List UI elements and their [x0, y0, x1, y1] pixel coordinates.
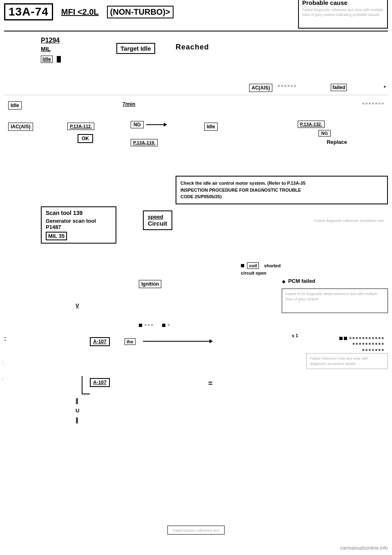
idle-right-faded: ■ ■ ■ ■ ■ ■ ■ [362, 101, 384, 105]
speed-label: speed [148, 214, 167, 220]
left-bracket-1: : [2, 360, 3, 365]
pcm-detail-box: Faded PCM diagnostic detail reference te… [282, 289, 388, 313]
coil-label: coil [247, 262, 259, 269]
row-divider-1 [4, 95, 388, 95]
ok-label: OK [78, 134, 93, 143]
p13a-119-label: P.13A-119. [131, 139, 158, 146]
generator-label: Generator scan tool [46, 218, 111, 224]
pcm-failed-row: ● PCM failed [282, 278, 388, 285]
idle-label: Idle [8, 101, 22, 110]
faded-text-790b: ■ [168, 323, 170, 327]
mil35-label: MIL 35 [46, 232, 67, 240]
bottom-box-text: Faded bottom reference text [173, 528, 219, 533]
mil-35-box: Faded reference note text area with diag… [306, 353, 388, 369]
right-annotation-a107: ■ ■ ■ ■ ■ ■ ■ ■ ■ ■ ■ ■ ■ ■ ■ ■ ■ ■ ■ ■ … [261, 335, 384, 353]
target-idle-label: Target Idle [120, 45, 151, 52]
u-connector [82, 376, 90, 394]
small-sq-1 [139, 324, 142, 327]
equals-arrow: = [208, 379, 213, 388]
a107-second-label: A-107 [90, 378, 110, 387]
check-iac-line1: Check the idle air control motor system.… [180, 181, 305, 186]
small-sq-2 [162, 324, 165, 327]
ignition-section: Ignition [139, 280, 161, 287]
r-per-min-label: 7/min [122, 101, 135, 107]
header-divider [4, 31, 388, 31]
idle-small-label: Idle [41, 56, 53, 63]
bottom-section: Faded bottom reference text [4, 526, 388, 535]
scan-tool-box: Scan tool 139 Generator scan tool P1487 … [41, 206, 116, 244]
ann-row-3: ■ ■ ■ ■ ■ ■ ■ [261, 347, 384, 353]
main-page: 13A-74 MFI <2.0L (NON-TURBO)> P1294 MIL … [0, 0, 392, 555]
ng-label: NG [131, 121, 144, 128]
v-line-3: ǁ [76, 416, 79, 425]
page-number: 13A-74 [4, 3, 53, 20]
faded-text-790: ■ ■ ■ [145, 323, 153, 327]
non-turbo-label: (NON-TURBO)> [107, 6, 174, 18]
pcm-failed-label: PCM failed [288, 278, 315, 284]
p1487-label: P1487 [46, 224, 111, 230]
sq-1 [339, 337, 343, 340]
circuit-label: Circuit [148, 220, 167, 227]
replace-label: Replace [327, 139, 347, 145]
ng-arrow-container: NG [131, 121, 167, 128]
arrow-head-long [209, 339, 213, 343]
arrow-head [164, 123, 167, 127]
shorted-label: shorted [264, 263, 281, 268]
bottom-box: Faded bottom reference text [167, 526, 224, 535]
target-idle-box: Target Idle [116, 43, 155, 54]
v-line-1: ǁ [76, 396, 79, 406]
failed-label: failed [331, 84, 347, 91]
ac-ais-faded: ■ ■ ■ ■ ■ ■ [278, 84, 296, 88]
check-iac-box: Check the idle air control motor system.… [176, 176, 388, 204]
a107-label: A-107 [90, 337, 110, 346]
probable-cause-box: Probable cause Faded diagnostic referenc… [298, 0, 388, 29]
the-label: the [125, 338, 136, 345]
p13a-132-label: P.13A-132. [298, 121, 325, 128]
probable-cause-detail: Faded diagnostic reference text area wit… [302, 8, 384, 17]
v-marker: V [76, 302, 79, 309]
mfi-label: MFI <2.0L [61, 7, 99, 17]
iac-ais-label: IAC(AIS) [8, 123, 33, 131]
bracket-left: : [4, 335, 6, 342]
ac-ais-label: AC(AIS) [249, 84, 272, 92]
header: 13A-74 MFI <2.0L (NON-TURBO)> [4, 3, 174, 20]
arrow-line-long [143, 341, 212, 342]
p1294-label: P1294 [41, 37, 61, 44]
p1294-block: P1294 MIL Idle [41, 37, 61, 63]
sq-2 [344, 337, 347, 340]
mil-label: MIL [41, 46, 61, 52]
v-line-2: U [76, 406, 79, 415]
left-bracket-2: : [2, 376, 3, 382]
speed-circuit-box: speed Circuit [143, 210, 172, 230]
watermark: carmanualsoniine.info [340, 545, 388, 551]
arrow-line [146, 124, 167, 125]
check-iac-line3: CODE 25/P0505/25) [180, 194, 222, 199]
vertical-lines: ǁ U ǁ [76, 396, 79, 425]
scan-faded-right: Faded diagnostic reference annotation te… [302, 219, 384, 223]
scan-tool-title: Scan tool 139 [46, 210, 111, 216]
small-square-coil [241, 264, 244, 267]
idle-right-label: Idle [204, 123, 218, 131]
bullet-icon: ● [282, 278, 286, 285]
ann-row-1: ■ ■ ■ ■ ■ ■ ■ ■ ■ ■ ■ [261, 335, 384, 341]
ann-row-2: ■ ■ ■ ■ ■ ■ ■ ■ ■ ■ [261, 341, 384, 347]
pcm-section: ● PCM failed Faded PCM diagnostic detail… [282, 278, 388, 313]
check-iac-line2: INSPECTION PROCEDURE FOR DIAGNOSTIC TROU… [180, 188, 301, 192]
pcm-detail-text: Faded PCM diagnostic detail reference te… [285, 292, 377, 301]
black-square-marker [57, 56, 61, 63]
small-squares: ■ [384, 85, 386, 89]
coil-section: coil shorted circuit open [241, 262, 388, 276]
p13a-112-label: P.13A-112. [67, 123, 94, 130]
circuit-open-label: circuit open [241, 271, 266, 275]
ng-right-label: NG [318, 130, 331, 137]
faded-row-790: ■ ■ ■ ■ [139, 323, 170, 327]
reached-text: Reached [176, 43, 209, 51]
ignition-label: Ignition [139, 280, 161, 288]
mil-35-text: Faded reference note text area with diag… [310, 356, 368, 366]
probable-cause-title: Probable cause [302, 0, 384, 6]
